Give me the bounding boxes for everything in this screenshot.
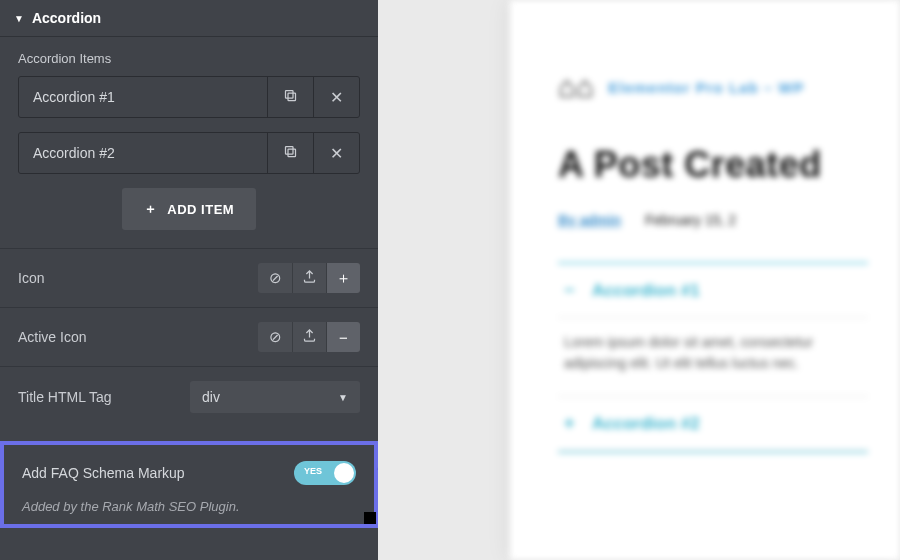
plus-icon: ＋ [336, 269, 351, 288]
faq-schema-toggle[interactable]: YES [294, 461, 356, 485]
icon-library-button[interactable]: − [326, 322, 360, 352]
upload-icon [302, 328, 317, 346]
title-html-tag-row: Title HTML Tag div ▼ [0, 366, 378, 427]
site-name: Elementor Pro Lab – WP [608, 79, 804, 96]
none-icon: ⊘ [269, 269, 282, 287]
section-header-accordion[interactable]: ▼ Accordion [0, 0, 378, 37]
duplicate-item-button[interactable] [267, 133, 313, 173]
accordion-preview-item-closed[interactable]: + Accordion #2 [558, 397, 868, 451]
add-item-label: ADD ITEM [167, 202, 234, 217]
faq-schema-highlight-box: Add FAQ Schema Markup YES Added by the R… [0, 441, 378, 528]
icon-picker: ⊘ ＋ [258, 263, 360, 293]
remove-item-button[interactable]: ✕ [313, 77, 359, 117]
duplicate-item-button[interactable] [267, 77, 313, 117]
none-icon: ⊘ [269, 328, 282, 346]
toggle-knob [334, 463, 354, 483]
close-icon: ✕ [330, 144, 343, 163]
caret-down-icon: ▼ [338, 392, 348, 403]
site-logo-icon: ⌂⌂ [558, 70, 594, 104]
post-title: A Post Created [558, 144, 900, 186]
svg-rect-1 [286, 90, 294, 98]
items-label: Accordion Items [18, 51, 360, 66]
post-meta: By admin February 15, 2 [558, 212, 900, 228]
section-title: Accordion [32, 10, 101, 26]
accordion-item-label: Accordion #2 [19, 133, 267, 173]
toggle-on-text: YES [304, 466, 322, 476]
minus-icon: − [339, 329, 348, 346]
page-preview: ⌂⌂ Elementor Pro Lab – WP A Post Created… [510, 0, 900, 560]
accordion-items-section: Accordion Items Accordion #1 ✕ Accordion… [0, 37, 378, 248]
svg-rect-0 [288, 93, 296, 101]
faq-schema-hint: Added by the Rank Math SEO Plugin. [22, 499, 356, 514]
title-tag-value: div [202, 389, 220, 405]
accordion-preview-body: Lorem ipsum dolor sit amet, consectetur … [558, 318, 868, 397]
chevron-down-icon: ▼ [14, 13, 24, 24]
accordion-item-row[interactable]: Accordion #2 ✕ [18, 132, 360, 174]
faq-schema-label: Add FAQ Schema Markup [22, 465, 185, 481]
plus-icon: + [564, 413, 580, 434]
active-icon-label: Active Icon [18, 329, 86, 345]
icon-none-button[interactable]: ⊘ [258, 263, 292, 293]
faq-schema-row: Add FAQ Schema Markup YES [22, 461, 356, 485]
post-author: By admin [558, 212, 621, 228]
add-item-button[interactable]: ＋ ADD ITEM [122, 188, 256, 230]
accordion-preview: − Accordion #1 Lorem ipsum dolor sit ame… [558, 262, 868, 453]
title-tag-select[interactable]: div ▼ [190, 381, 360, 413]
icon-upload-button[interactable] [292, 322, 326, 352]
icon-control-row: Icon ⊘ ＋ [0, 248, 378, 307]
canvas-preview: ⌂⌂ Elementor Pro Lab – WP A Post Created… [378, 0, 900, 560]
active-icon-picker: ⊘ − [258, 322, 360, 352]
svg-rect-3 [286, 146, 294, 154]
accordion-preview-title: Accordion #2 [592, 414, 700, 434]
icon-upload-button[interactable] [292, 263, 326, 293]
upload-icon [302, 269, 317, 287]
accordion-item-row[interactable]: Accordion #1 ✕ [18, 76, 360, 118]
accordion-item-label: Accordion #1 [19, 77, 267, 117]
minus-icon: − [564, 280, 580, 301]
close-icon: ✕ [330, 88, 343, 107]
plus-icon: ＋ [144, 200, 158, 218]
svg-rect-2 [288, 149, 296, 157]
accordion-preview-title: Accordion #1 [592, 281, 700, 301]
copy-icon [283, 88, 298, 107]
icon-label: Icon [18, 270, 44, 286]
icon-none-button[interactable]: ⊘ [258, 322, 292, 352]
title-tag-label: Title HTML Tag [18, 389, 112, 405]
accordion-preview-item-open[interactable]: − Accordion #1 [558, 264, 868, 318]
copy-icon [283, 144, 298, 163]
post-date: February 15, 2 [645, 212, 736, 228]
icon-library-button[interactable]: ＋ [326, 263, 360, 293]
remove-item-button[interactable]: ✕ [313, 133, 359, 173]
active-icon-control-row: Active Icon ⊘ − [0, 307, 378, 366]
panel-resize-handle[interactable] [364, 512, 376, 524]
editor-sidebar: ▼ Accordion Accordion Items Accordion #1… [0, 0, 378, 560]
